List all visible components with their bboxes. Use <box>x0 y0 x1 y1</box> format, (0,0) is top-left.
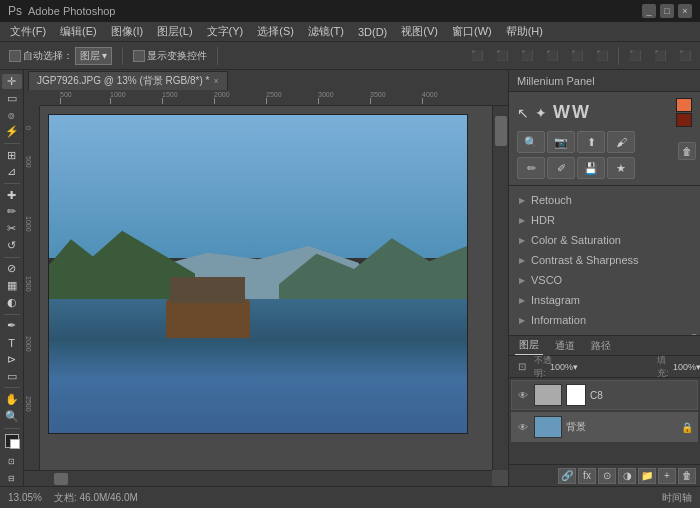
layer-bg-thumb <box>534 416 562 438</box>
marquee-tool[interactable]: ▭ <box>2 91 22 106</box>
blend-mode[interactable]: ⊡ <box>513 359 531 375</box>
move-tool[interactable]: ✛ <box>2 74 22 89</box>
panel-scroll-area[interactable]: ▶ Retouch ▶ HDR ▶ Color & Saturation ▶ C… <box>509 185 700 335</box>
add-style[interactable]: fx <box>578 468 596 484</box>
photo-canvas[interactable] <box>48 114 468 434</box>
fill-value[interactable]: 100%▾ <box>678 359 696 375</box>
screen-mode[interactable]: ⊟ <box>2 471 22 486</box>
menu-hdr[interactable]: ▶ HDR <box>509 210 700 230</box>
menu-image[interactable]: 图像(I) <box>105 22 149 41</box>
swatch-orange[interactable] <box>676 98 692 112</box>
document-tab[interactable]: JGP7926.JPG @ 13% (背景 RGB/8*) * × <box>28 71 228 90</box>
background-color[interactable] <box>10 439 20 449</box>
maximize-button[interactable]: □ <box>660 4 674 18</box>
text-tool[interactable]: T <box>2 335 22 350</box>
history-brush[interactable]: ↺ <box>2 238 22 253</box>
menu-contrast-sharpness[interactable]: ▶ Contrast & Sharpness <box>509 250 700 270</box>
layer-c8[interactable]: 👁 C8 <box>511 380 698 410</box>
menu-layer[interactable]: 图层(L) <box>151 22 198 41</box>
tool-separator6 <box>4 428 20 429</box>
layers-actions: 🔗 fx ⊙ ◑ 📁 + 🗑 <box>509 464 700 486</box>
panel-scrollbar-thumb[interactable] <box>690 334 698 335</box>
eraser-tool[interactable]: ⊘ <box>2 262 22 277</box>
align-center-v[interactable]: ⬛ <box>566 48 588 63</box>
panel-star-icon[interactable]: ★ <box>607 157 635 179</box>
dodge-tool[interactable]: ◐ <box>2 295 22 310</box>
panel-pencil-icon[interactable]: ✏ <box>517 157 545 179</box>
panel-camera-icon[interactable]: 📷 <box>547 131 575 153</box>
delete-layer[interactable]: 🗑 <box>678 468 696 484</box>
menu-instagram[interactable]: ▶ Instagram <box>509 290 700 310</box>
menu-file[interactable]: 文件(F) <box>4 22 52 41</box>
layers-tab[interactable]: 图层 <box>515 336 543 355</box>
panel-save-icon[interactable]: 💾 <box>577 157 605 179</box>
menu-view[interactable]: 视图(V) <box>395 22 444 41</box>
path-tool[interactable]: ⊳ <box>2 352 22 367</box>
distribute-more[interactable]: ⬛ <box>674 48 696 63</box>
add-layer[interactable]: + <box>658 468 676 484</box>
menu-color-saturation[interactable]: ▶ Color & Saturation <box>509 230 700 250</box>
hand-tool[interactable]: ✋ <box>2 392 22 407</box>
align-left[interactable]: ⬛ <box>466 48 488 63</box>
menu-information[interactable]: ▶ Information <box>509 310 700 330</box>
auto-select-checkbox[interactable] <box>9 50 21 62</box>
vertical-scrollbar[interactable] <box>492 106 508 470</box>
eyedrop-tool[interactable]: ⊿ <box>2 164 22 179</box>
align-top[interactable]: ⬛ <box>541 48 563 63</box>
canvas-wrapper[interactable]: 500 1000 1500 2000 2500 3000 3500 4000 0 <box>24 90 508 486</box>
menu-vsco[interactable]: ▶ VSCO <box>509 270 700 290</box>
brush-tool[interactable]: ✏ <box>2 205 22 220</box>
swatch-dark-red[interactable] <box>676 113 692 127</box>
add-adjustment[interactable]: ◑ <box>618 468 636 484</box>
panel-zoom-icon[interactable]: 🔍 <box>517 131 545 153</box>
menu-edit[interactable]: 编辑(E) <box>54 22 103 41</box>
hscroll-thumb[interactable] <box>54 473 68 485</box>
menu-text[interactable]: 文字(Y) <box>201 22 250 41</box>
heal-tool[interactable]: ✚ <box>2 188 22 203</box>
opacity-value[interactable]: 100%▾ <box>555 359 573 375</box>
add-group[interactable]: 📁 <box>638 468 656 484</box>
timeline-label[interactable]: 时间轴 <box>662 491 692 505</box>
panel-edit-icon[interactable]: ✐ <box>547 157 575 179</box>
align-right[interactable]: ⬛ <box>516 48 538 63</box>
menu-select[interactable]: 选择(S) <box>251 22 300 41</box>
lasso-tool[interactable]: ⌾ <box>2 107 22 122</box>
menu-filter[interactable]: 滤镜(T) <box>302 22 350 41</box>
delete-icon[interactable]: 🗑 <box>678 142 696 160</box>
menu-3d[interactable]: 3D(D) <box>352 24 393 40</box>
panel-brush-icon[interactable]: 🖌 <box>607 131 635 153</box>
paths-tab[interactable]: 路径 <box>587 337 615 355</box>
zoom-tool[interactable]: 🔍 <box>2 409 22 424</box>
vscroll-thumb[interactable] <box>495 116 507 146</box>
magic-wand-tool[interactable]: ⚡ <box>2 124 22 139</box>
pen-tool[interactable]: ✒ <box>2 318 22 333</box>
shape-tool[interactable]: ▭ <box>2 369 22 384</box>
show-controls-checkbox[interactable] <box>133 50 145 62</box>
crop-tool[interactable]: ⊞ <box>2 148 22 163</box>
distribute-h[interactable]: ⬛ <box>624 48 646 63</box>
menu-retouch[interactable]: ▶ Retouch <box>509 190 700 210</box>
show-controls-option[interactable]: 显示变换控件 <box>128 47 212 65</box>
link-layers[interactable]: 🔗 <box>558 468 576 484</box>
panel-upload-icon[interactable]: ⬆ <box>577 131 605 153</box>
add-mask[interactable]: ⊙ <box>598 468 616 484</box>
quick-mask[interactable]: ⊡ <box>2 454 22 469</box>
layer-bg-visibility[interactable]: 👁 <box>516 420 530 434</box>
horizontal-scrollbar[interactable] <box>24 470 492 486</box>
minimize-button[interactable]: _ <box>642 4 656 18</box>
layer-background[interactable]: 👁 背景 🔒 <box>511 412 698 442</box>
gradient-tool[interactable]: ▦ <box>2 278 22 293</box>
layer-dropdown[interactable]: 图层▾ <box>75 47 112 65</box>
channels-tab[interactable]: 通道 <box>551 337 579 355</box>
layer-visibility[interactable]: 👁 <box>516 388 530 402</box>
tab-close-button[interactable]: × <box>213 76 218 86</box>
menu-help[interactable]: 帮助(H) <box>500 22 549 41</box>
align-bottom[interactable]: ⬛ <box>591 48 613 63</box>
millenium-panel: Millenium Panel ↖ ✦ WW 🔍 <box>508 70 700 486</box>
foreground-color[interactable] <box>5 434 19 448</box>
clone-tool[interactable]: ✂ <box>2 221 22 236</box>
close-button[interactable]: × <box>678 4 692 18</box>
menu-window[interactable]: 窗口(W) <box>446 22 498 41</box>
align-center-h[interactable]: ⬛ <box>491 48 513 63</box>
distribute-v[interactable]: ⬛ <box>649 48 671 63</box>
